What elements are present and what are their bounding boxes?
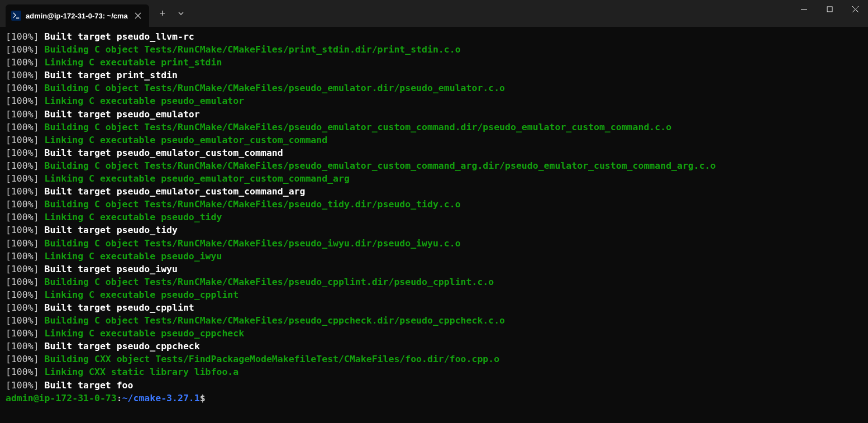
output-line: [100%] Linking C executable pseudo_cppch…	[6, 327, 862, 340]
output-line: [100%] Built target pseudo_emulator	[6, 108, 862, 121]
output-line: [100%] Linking C executable print_stdin	[6, 56, 862, 69]
progress-percent: [100%]	[6, 109, 39, 120]
output-line: [100%] Linking C executable pseudo_emula…	[6, 134, 862, 146]
tab-title: admin@ip-172-31-0-73: ~/cma	[26, 12, 128, 20]
output-text: Linking C executable pseudo_cpplint	[39, 289, 239, 300]
prompt-path: ~/cmake-3.27.1	[122, 393, 200, 403]
output-line: [100%] Built target print_stdin	[6, 69, 862, 82]
titlebar: admin@ip-172-31-0-73: ~/cma +	[0, 0, 868, 27]
output-line: [100%] Built target pseudo_cppcheck	[6, 340, 862, 353]
output-text: Built target pseudo_emulator_custom_comm…	[39, 186, 306, 197]
progress-percent: [100%]	[6, 186, 39, 197]
output-text: Linking C executable pseudo_tidy	[39, 212, 222, 222]
progress-percent: [100%]	[6, 380, 39, 391]
output-line: [100%] Building C object Tests/RunCMake/…	[6, 159, 862, 172]
progress-percent: [100%]	[6, 341, 39, 351]
output-text: Built target pseudo_llvm-rc	[39, 31, 194, 42]
output-line: [100%] Linking C executable pseudo_emula…	[6, 94, 862, 107]
prompt-dollar: $	[200, 393, 206, 403]
output-text: Building C object Tests/RunCMake/CMakeFi…	[39, 315, 505, 326]
output-text: Built target pseudo_cppcheck	[39, 341, 200, 351]
output-line: [100%] Linking C executable pseudo_emula…	[6, 172, 862, 185]
output-text: Linking C executable pseudo_emulator_cus…	[39, 173, 350, 184]
close-window-button[interactable]	[842, 0, 868, 18]
output-text: Building C object Tests/RunCMake/CMakeFi…	[39, 44, 461, 55]
output-text: Linking C executable pseudo_cppcheck	[39, 328, 245, 339]
output-line: [100%] Building C object Tests/RunCMake/…	[6, 43, 862, 56]
progress-percent: [100%]	[6, 264, 39, 274]
titlebar-left: admin@ip-172-31-0-73: ~/cma +	[0, 0, 189, 27]
tab-dropdown-button[interactable]	[173, 3, 189, 23]
output-line: [100%] Building C object Tests/RunCMake/…	[6, 198, 862, 211]
output-line: [100%] Built target pseudo_iwyu	[6, 263, 862, 275]
progress-percent: [100%]	[6, 83, 39, 93]
output-line: [100%] Linking C executable pseudo_cppli…	[6, 288, 862, 301]
output-text: Building C object Tests/RunCMake/CMakeFi…	[39, 83, 505, 93]
progress-percent: [100%]	[6, 199, 39, 210]
terminal-output[interactable]: [100%] Built target pseudo_llvm-rc[100%]…	[0, 27, 868, 408]
output-text: Building CXX object Tests/FindPackageMod…	[39, 354, 500, 364]
output-line: [100%] Building C object Tests/RunCMake/…	[6, 121, 862, 134]
output-line: [100%] Building C object Tests/RunCMake/…	[6, 314, 862, 327]
progress-percent: [100%]	[6, 367, 39, 377]
progress-percent: [100%]	[6, 315, 39, 326]
output-text: Built target pseudo_emulator_custom_comm…	[39, 148, 283, 158]
output-text: Building C object Tests/RunCMake/CMakeFi…	[39, 277, 494, 287]
new-tab-button[interactable]: +	[152, 3, 173, 23]
progress-percent: [100%]	[6, 212, 39, 222]
output-text: Built target pseudo_iwyu	[39, 264, 178, 274]
output-text: Built target pseudo_tidy	[39, 225, 178, 235]
output-line: [100%] Built target pseudo_emulator_cust…	[6, 185, 862, 198]
output-text: Building C object Tests/RunCMake/CMakeFi…	[39, 160, 716, 171]
output-line: [100%] Linking C executable pseudo_iwyu	[6, 250, 862, 263]
progress-percent: [100%]	[6, 225, 39, 235]
progress-percent: [100%]	[6, 70, 39, 80]
output-line: [100%] Linking C executable pseudo_tidy	[6, 211, 862, 224]
prompt-user: admin@ip-172-31-0-73	[6, 393, 117, 403]
progress-percent: [100%]	[6, 354, 39, 364]
prompt-line[interactable]: admin@ip-172-31-0-73:~/cmake-3.27.1$	[6, 392, 862, 405]
output-line: [100%] Built target foo	[6, 379, 862, 392]
maximize-button[interactable]	[817, 0, 842, 18]
progress-percent: [100%]	[6, 277, 39, 287]
progress-percent: [100%]	[6, 173, 39, 184]
terminal-tab[interactable]: admin@ip-172-31-0-73: ~/cma	[6, 4, 149, 27]
output-line: [100%] Built target pseudo_tidy	[6, 224, 862, 236]
progress-percent: [100%]	[6, 289, 39, 300]
powershell-icon	[11, 11, 21, 21]
progress-percent: [100%]	[6, 122, 39, 132]
output-line: [100%] Built target pseudo_llvm-rc	[6, 30, 862, 43]
output-text: Built target pseudo_emulator	[39, 109, 200, 120]
tab-close-button[interactable]	[132, 10, 144, 21]
output-line: [100%] Linking CXX static library libfoo…	[6, 365, 862, 378]
progress-percent: [100%]	[6, 238, 39, 249]
output-line: [100%] Built target pseudo_cpplint	[6, 301, 862, 314]
output-line: [100%] Building C object Tests/RunCMake/…	[6, 275, 862, 288]
prompt-colon: :	[117, 393, 122, 403]
progress-percent: [100%]	[6, 135, 39, 145]
output-line: [100%] Building C object Tests/RunCMake/…	[6, 82, 862, 94]
output-text: Building C object Tests/RunCMake/CMakeFi…	[39, 199, 461, 210]
output-text: Building C object Tests/RunCMake/CMakeFi…	[39, 122, 671, 132]
output-line: [100%] Built target pseudo_emulator_cust…	[6, 146, 862, 159]
window-controls	[791, 0, 868, 27]
progress-percent: [100%]	[6, 44, 39, 55]
progress-percent: [100%]	[6, 160, 39, 171]
progress-percent: [100%]	[6, 302, 39, 313]
progress-percent: [100%]	[6, 148, 39, 158]
output-line: [100%] Building C object Tests/RunCMake/…	[6, 237, 862, 250]
progress-percent: [100%]	[6, 251, 39, 262]
progress-percent: [100%]	[6, 96, 39, 106]
progress-percent: [100%]	[6, 328, 39, 339]
output-text: Linking CXX static library libfoo.a	[39, 367, 239, 377]
output-text: Built target pseudo_cpplint	[39, 302, 194, 313]
minimize-button[interactable]	[791, 0, 817, 18]
output-text: Building C object Tests/RunCMake/CMakeFi…	[39, 238, 461, 249]
svg-rect-0	[827, 7, 832, 12]
output-text: Built target print_stdin	[39, 70, 178, 80]
progress-percent: [100%]	[6, 31, 39, 42]
output-text: Linking C executable pseudo_emulator_cus…	[39, 135, 328, 145]
output-text: Linking C executable pseudo_iwyu	[39, 251, 222, 262]
output-text: Linking C executable print_stdin	[39, 57, 222, 68]
output-line: [100%] Building CXX object Tests/FindPac…	[6, 353, 862, 365]
